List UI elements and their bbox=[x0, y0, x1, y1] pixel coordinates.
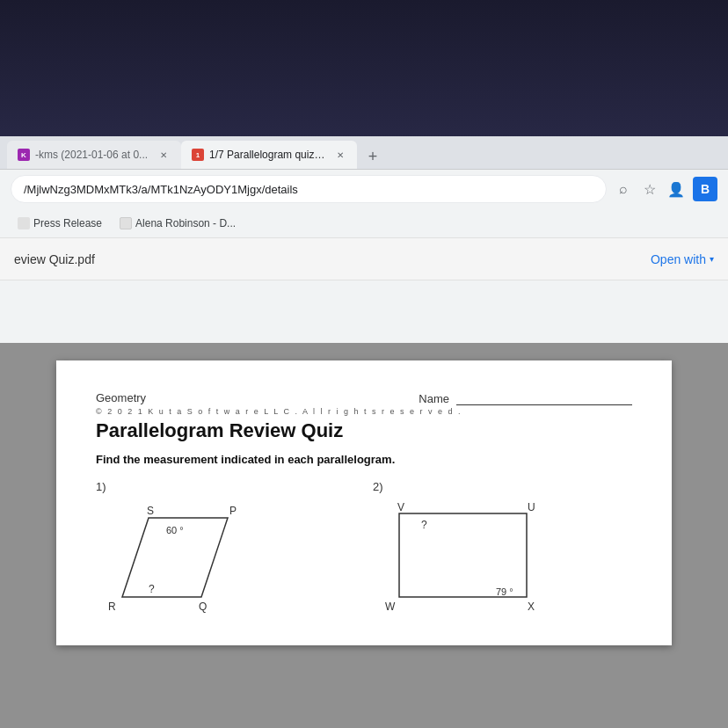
bookmarks-bar: Press Release Alena Robinson - D... bbox=[0, 208, 728, 238]
profile-icon[interactable]: 👤 bbox=[666, 179, 686, 199]
tab-2-favicon: 1 bbox=[192, 149, 204, 161]
pdf-title: Parallelogram Review Quiz bbox=[96, 419, 632, 442]
pdf-subject-label: Geometry bbox=[96, 391, 146, 404]
bookmark-favicon-2 bbox=[120, 217, 132, 229]
pdf-instruction: Find the measurement indicated in each p… bbox=[96, 453, 632, 466]
tab-1[interactable]: K -kms (2021-01-06 at 0... ✕ bbox=[7, 141, 181, 169]
problem-2-svg: V U W X ? 79 ° bbox=[373, 500, 549, 623]
pdf-content-area: Geometry Name © 2 0 2 1 K u t a S o f t … bbox=[0, 343, 728, 728]
problem-1-diagram: S P Q R 60 ° ? bbox=[96, 500, 254, 615]
pdf-filename: eview Quiz.pdf bbox=[14, 252, 95, 266]
problem-2: 2) V U W X ? 79 ° bbox=[373, 480, 632, 615]
tab-1-close[interactable]: ✕ bbox=[157, 148, 171, 162]
open-with-label: Open with bbox=[651, 252, 706, 266]
bookmark-press-release[interactable]: Press Release bbox=[11, 213, 109, 234]
pdf-name-label: Name bbox=[419, 392, 449, 405]
tab-2-close[interactable]: ✕ bbox=[335, 148, 346, 162]
problem-2-diagram: V U W X ? 79 ° bbox=[373, 500, 531, 615]
tab-1-label: -kms (2021-01-06 at 0... bbox=[35, 149, 148, 161]
bookmark-favicon-1 bbox=[18, 217, 30, 229]
svg-text:P: P bbox=[229, 505, 237, 517]
problems-row: 1) S P Q R 60 ° ? bbox=[96, 480, 632, 615]
svg-text:R: R bbox=[108, 601, 116, 613]
pdf-name-field: Name bbox=[419, 391, 632, 405]
svg-text:60 °: 60 ° bbox=[166, 525, 184, 535]
svg-text:V: V bbox=[397, 501, 404, 513]
address-bar-area: /MjlwNzg3MDMxMTk3/a/MTk1NzAyODY1Mjgx/det… bbox=[0, 170, 728, 208]
problem-2-number: 2) bbox=[373, 480, 632, 493]
pdf-name-underline bbox=[456, 391, 632, 405]
problem-1-svg: S P Q R 60 ° ? bbox=[96, 500, 254, 623]
tab-2-label: 1/7 Parallelogram quiz review bbox=[209, 149, 326, 161]
svg-text:?: ? bbox=[149, 583, 155, 595]
tab-1-favicon: K bbox=[18, 149, 30, 161]
tab-bar: K -kms (2021-01-06 at 0... ✕ 1 1/7 Paral… bbox=[0, 136, 728, 170]
search-icon[interactable]: ⌕ bbox=[614, 179, 633, 199]
svg-text:S: S bbox=[147, 505, 154, 517]
pdf-page: Geometry Name © 2 0 2 1 K u t a S o f t … bbox=[56, 360, 672, 645]
bookmark-label-2: Alena Robinson - D... bbox=[135, 217, 236, 229]
svg-text:79 °: 79 ° bbox=[496, 586, 513, 597]
svg-text:X: X bbox=[528, 601, 535, 613]
address-bar[interactable]: /MjlwNzg3MDMxMTk3/a/MTk1NzAyODY1Mjgx/det… bbox=[11, 175, 607, 203]
svg-text:U: U bbox=[528, 501, 535, 513]
svg-marker-7 bbox=[399, 513, 527, 597]
open-with-button[interactable]: Open with ▾ bbox=[651, 252, 714, 266]
svg-text:Q: Q bbox=[199, 601, 207, 613]
tab-2[interactable]: 1 1/7 Parallelogram quiz review ✕ bbox=[181, 141, 357, 169]
pdf-header: Geometry Name bbox=[96, 391, 632, 405]
browser-window: K -kms (2021-01-06 at 0... ✕ 1 1/7 Paral… bbox=[0, 136, 728, 728]
bookmark-alena[interactable]: Alena Robinson - D... bbox=[113, 213, 243, 234]
svg-text:?: ? bbox=[421, 519, 427, 531]
svg-text:W: W bbox=[385, 601, 396, 613]
star-icon[interactable]: ☆ bbox=[640, 179, 659, 199]
open-with-arrow-icon: ▾ bbox=[710, 254, 714, 264]
new-tab-button[interactable]: + bbox=[360, 144, 385, 169]
url-text: /MjlwNzg3MDMxMTk3/a/MTk1NzAyODY1Mjgx/det… bbox=[24, 183, 298, 196]
pdf-toolbar: eview Quiz.pdf Open with ▾ bbox=[0, 238, 728, 280]
browser-actions: ⌕ ☆ 👤 B bbox=[614, 177, 717, 201]
bookmark-label-1: Press Release bbox=[33, 217, 102, 229]
pdf-copyright: © 2 0 2 1 K u t a S o f t w a r e L L C … bbox=[96, 407, 632, 416]
problem-1-number: 1) bbox=[96, 480, 355, 493]
b-extension-icon[interactable]: B bbox=[693, 177, 717, 201]
problem-1: 1) S P Q R 60 ° ? bbox=[96, 480, 355, 615]
